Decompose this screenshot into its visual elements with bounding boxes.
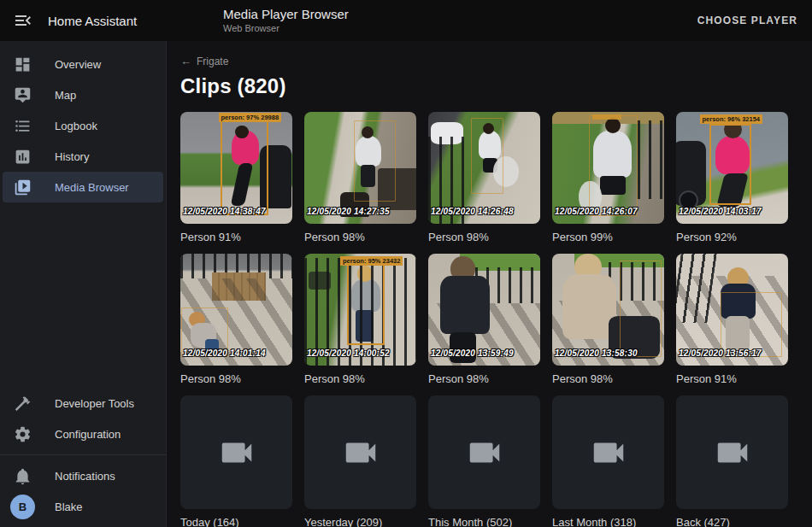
sidebar-item-history[interactable]: History <box>3 141 163 172</box>
sidebar-item-profile[interactable]: B Blake <box>3 491 163 522</box>
user-name: Blake <box>55 501 83 513</box>
folder-label: Back (427) <box>676 516 788 527</box>
clip-timestamp: 12/05/2020 13:59:49 <box>431 348 514 358</box>
sidebar-divider <box>0 454 166 455</box>
menu-open-icon[interactable] <box>13 10 33 31</box>
clip-thumbnail[interactable]: 12/05/2020 13:59:49 <box>428 254 540 366</box>
clip-card[interactable]: 12/05/2020 14:26:48 Person 98% <box>428 112 540 243</box>
folder-tile[interactable] <box>304 395 416 509</box>
sidebar-item-label: Developer Tools <box>55 397 134 410</box>
clip-thumbnail[interactable]: 12/05/2020 13:56:17 <box>676 254 788 366</box>
clip-thumbnail[interactable]: 12/05/2020 14:26:48 <box>428 112 540 224</box>
page-subtitle: Web Browser <box>223 23 349 34</box>
clip-card[interactable]: 12/05/2020 13:56:17 Person 91% <box>676 254 788 385</box>
choose-player-button[interactable]: CHOOSE PLAYER <box>694 9 801 32</box>
sidebar-item-map[interactable]: Map <box>3 79 163 110</box>
sidebar-spacer <box>0 202 166 388</box>
app-title: Home Assistant <box>48 14 137 28</box>
clip-label: Person 98% <box>428 231 540 243</box>
folder-tile[interactable] <box>428 395 540 509</box>
clip-card[interactable]: 12/05/2020 13:59:49 Person 98% <box>428 254 540 385</box>
clip-label: Person 92% <box>676 231 788 243</box>
folder-card-yesterday[interactable]: Yesterday (209) <box>304 395 416 527</box>
folder-label: Last Month (318) <box>552 516 664 527</box>
back-arrow-icon: ← <box>180 55 191 67</box>
clip-thumbnail[interactable]: person: 96% 32154 12/05/2020 14:03:17 <box>676 112 788 224</box>
clip-card[interactable]: 12/05/2020 14:01:14 Person 98% <box>180 254 292 385</box>
clip-label: Person 98% <box>304 372 416 385</box>
folder-label: Yesterday (209) <box>304 516 416 527</box>
clip-thumbnail[interactable]: person: 97% 29988 12/05/2020 14:38:47 <box>180 112 292 224</box>
folder-tile[interactable] <box>676 395 788 509</box>
clip-card[interactable]: person: 97% 29988 12/05/2020 14:38:47 Pe… <box>180 112 292 243</box>
video-camera-icon <box>713 433 752 472</box>
clip-timestamp: 12/05/2020 14:26:48 <box>431 207 514 216</box>
clip-thumbnail[interactable]: person: 95% 23432 12/05/2020 14:00:52 <box>304 254 416 366</box>
detection-bbox <box>709 124 750 204</box>
clip-label: Person 91% <box>180 231 292 243</box>
sidebar-item-label: Media Browser <box>55 181 129 194</box>
detection-bbox <box>354 120 397 201</box>
detection-bbox <box>347 262 385 345</box>
video-camera-icon <box>217 433 256 472</box>
clip-timestamp: 12/05/2020 14:00:52 <box>307 348 390 358</box>
sidebar-header: Home Assistant <box>0 10 167 31</box>
sidebar-item-overview[interactable]: Overview <box>3 49 163 79</box>
sidebar-item-developer-tools[interactable]: Developer Tools <box>3 388 163 419</box>
folder-tile[interactable] <box>552 395 664 509</box>
tooltip-account-icon <box>14 86 32 104</box>
sidebar-item-logbook[interactable]: Logbook <box>3 110 163 141</box>
folder-tile[interactable] <box>180 395 292 509</box>
detection-bbox <box>721 292 782 357</box>
play-box-multiple-icon <box>14 179 32 196</box>
folder-label: Today (164) <box>180 516 292 527</box>
clip-timestamp: 12/05/2020 14:01:14 <box>183 348 266 358</box>
hammer-icon <box>14 395 32 413</box>
folder-card-back[interactable]: Back (427) <box>676 395 788 527</box>
sidebar-item-configuration[interactable]: Configuration <box>3 419 163 449</box>
folder-label: This Month (502) <box>428 516 540 527</box>
clip-thumbnail[interactable]: 12/05/2020 14:26:07 <box>552 112 664 224</box>
clip-card[interactable]: person: 95% 23432 12/05/2020 14:00:52 Pe… <box>304 254 416 385</box>
clip-thumbnail[interactable]: 12/05/2020 13:58:30 <box>552 254 664 366</box>
clip-label: Person 91% <box>676 372 788 385</box>
breadcrumb-back[interactable]: ← Frigate <box>180 55 228 67</box>
folder-card-last-month[interactable]: Last Month (318) <box>552 395 664 527</box>
detection-bbox <box>471 118 503 194</box>
sidebar-item-label: Configuration <box>55 428 121 441</box>
sidebar-item-notifications[interactable]: Notifications <box>3 460 163 491</box>
sidebar-item-label: Notifications <box>55 470 115 483</box>
clip-timestamp: 12/05/2020 13:56:17 <box>679 348 762 358</box>
detection-label: person: 96% 32154 <box>700 114 763 124</box>
clip-timestamp: 12/05/2020 13:58:30 <box>555 348 638 358</box>
clip-label: Person 98% <box>304 231 416 243</box>
railing-shape <box>638 120 664 199</box>
sidebar-item-media-browser[interactable]: Media Browser <box>3 172 163 202</box>
clip-thumbnail[interactable]: 12/05/2020 14:27:35 <box>304 112 416 224</box>
clip-card[interactable]: 12/05/2020 14:27:35 Person 98% <box>304 112 416 243</box>
bell-icon <box>14 467 32 485</box>
detection-bbox <box>589 115 637 216</box>
clip-card[interactable]: 12/05/2020 13:58:30 Person 98% <box>552 254 664 385</box>
clip-timestamp: 12/05/2020 14:03:17 <box>679 207 762 216</box>
clip-timestamp: 12/05/2020 14:26:07 <box>555 207 638 216</box>
video-camera-icon <box>589 433 628 472</box>
page-heading: Clips (820) <box>180 74 812 98</box>
clip-thumbnail[interactable]: 12/05/2020 14:01:14 <box>180 254 292 366</box>
breadcrumb-label: Frigate <box>197 56 228 67</box>
chart-box-icon <box>14 148 32 166</box>
gear-icon <box>14 425 32 443</box>
clip-card[interactable]: 12/05/2020 14:26:07 Person 99% <box>552 112 664 243</box>
page-title: Media Player Browser <box>223 7 349 21</box>
clip-timestamp: 12/05/2020 14:38:47 <box>183 207 266 216</box>
clip-label: Person 98% <box>180 372 292 385</box>
folder-card-today[interactable]: Today (164) <box>180 395 292 527</box>
sidebar: Overview Map Logbook History Media Brows… <box>0 41 167 527</box>
view-dashboard-icon <box>14 56 32 73</box>
clip-card[interactable]: person: 96% 32154 12/05/2020 14:03:17 Pe… <box>676 112 788 243</box>
folder-card-this-month[interactable]: This Month (502) <box>428 395 540 527</box>
sidebar-item-label: Overview <box>55 58 101 71</box>
clip-label: Person 98% <box>552 372 664 385</box>
person-shape <box>440 276 490 334</box>
video-camera-icon <box>465 433 504 472</box>
